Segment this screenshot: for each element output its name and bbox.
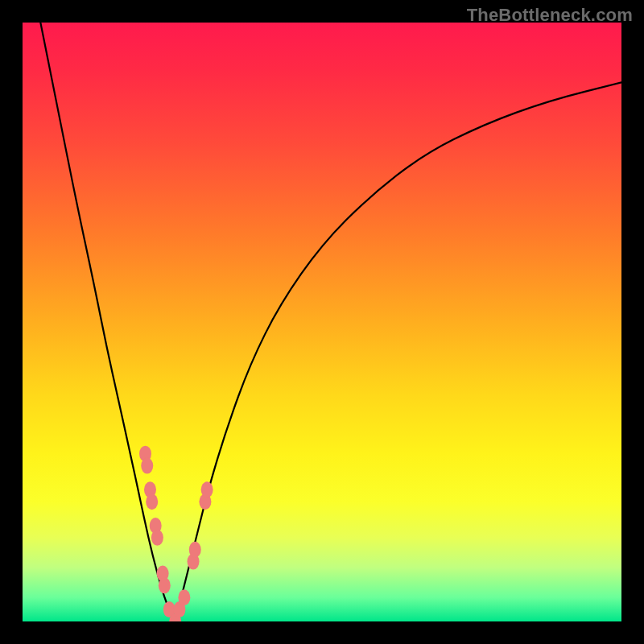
data-marker bbox=[141, 458, 153, 474]
marker-group bbox=[139, 446, 213, 621]
data-marker bbox=[189, 542, 201, 558]
chart-frame: TheBottleneck.com bbox=[0, 0, 644, 644]
data-marker bbox=[151, 530, 163, 546]
data-marker bbox=[146, 493, 158, 510]
data-marker bbox=[159, 577, 171, 593]
plot-area bbox=[23, 23, 621, 621]
curve-layer bbox=[23, 23, 621, 621]
data-marker bbox=[178, 589, 190, 605]
right-curve bbox=[175, 82, 621, 621]
data-marker bbox=[201, 481, 213, 497]
